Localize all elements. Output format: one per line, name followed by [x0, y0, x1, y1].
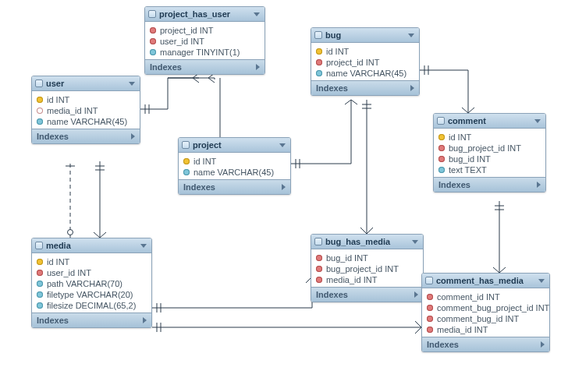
- entity-comment[interactable]: comment id INT bug_project_id INT bug_id…: [433, 113, 546, 192]
- chevron-down-icon[interactable]: [412, 240, 418, 244]
- fk-icon: [316, 266, 322, 272]
- column-row[interactable]: id INT: [437, 132, 542, 143]
- column-row[interactable]: id INT: [35, 256, 148, 267]
- entity-bug[interactable]: bug id INT project_id INT name VARCHAR(4…: [311, 27, 420, 96]
- column-row[interactable]: user_id INT: [35, 267, 148, 278]
- entity-media[interactable]: media id INT user_id INT path VARCHAR(70…: [31, 238, 152, 328]
- table-icon: [314, 238, 322, 245]
- entity-title: bug: [325, 30, 341, 40]
- fk-icon: [150, 27, 156, 34]
- key-icon: [316, 48, 322, 55]
- chevron-down-icon[interactable]: [538, 279, 545, 283]
- field-icon: [183, 169, 190, 175]
- column-list: id INT project_id INT name VARCHAR(45): [311, 43, 419, 80]
- key-icon: [438, 134, 445, 140]
- entity-bug-has-media[interactable]: bug_has_media bug_id INT bug_project_id …: [311, 234, 424, 302]
- fk-icon: [316, 255, 322, 261]
- entity-title: media: [46, 241, 71, 250]
- entity-title: project_has_user: [159, 9, 230, 19]
- column-row[interactable]: name VARCHAR(45): [314, 68, 416, 79]
- chevron-right-icon: [537, 182, 541, 188]
- field-icon: [150, 49, 156, 55]
- indexes-header[interactable]: Indexes: [32, 313, 151, 327]
- ref-icon: [37, 108, 43, 114]
- table-icon: [437, 117, 445, 125]
- indexes-header[interactable]: Indexes: [179, 179, 290, 194]
- column-row[interactable]: path VARCHAR(70): [35, 278, 148, 289]
- column-row[interactable]: media_id INT: [35, 105, 137, 116]
- field-icon: [438, 167, 445, 173]
- chevron-right-icon: [131, 133, 135, 139]
- key-icon: [37, 259, 43, 265]
- table-icon: [35, 242, 43, 249]
- column-row[interactable]: media_id INT: [314, 274, 420, 285]
- indexes-header[interactable]: Indexes: [311, 287, 423, 302]
- fk-icon: [438, 145, 445, 151]
- chevron-down-icon[interactable]: [534, 119, 541, 123]
- column-list: project_id INT user_id INT manager TINYI…: [145, 22, 264, 59]
- chevron-right-icon: [143, 317, 147, 323]
- field-icon: [37, 302, 43, 309]
- column-row[interactable]: project_id INT: [148, 25, 261, 36]
- field-icon: [37, 118, 43, 125]
- chevron-right-icon: [256, 64, 260, 70]
- column-row[interactable]: text TEXT: [437, 164, 542, 175]
- column-row[interactable]: id INT: [314, 46, 416, 57]
- table-icon: [182, 141, 190, 149]
- column-row[interactable]: project_id INT: [314, 57, 416, 68]
- column-list: id INT bug_project_id INT bug_id INT tex…: [434, 129, 545, 177]
- column-row[interactable]: id INT: [182, 156, 287, 167]
- chevron-down-icon[interactable]: [408, 34, 414, 37]
- column-row[interactable]: id INT: [35, 94, 137, 105]
- column-row[interactable]: media_id INT: [425, 324, 546, 335]
- column-row[interactable]: filetype VARCHAR(20): [35, 289, 148, 300]
- entity-header[interactable]: comment: [434, 114, 545, 129]
- column-row[interactable]: comment_bug_project_id INT: [425, 302, 546, 313]
- fk-icon: [316, 59, 322, 65]
- column-list: id INT user_id INT path VARCHAR(70) file…: [32, 253, 151, 313]
- indexes-header[interactable]: Indexes: [145, 59, 264, 74]
- field-icon: [37, 281, 43, 287]
- fk-icon: [150, 38, 156, 44]
- entity-header[interactable]: comment_has_media: [422, 274, 549, 288]
- entity-header[interactable]: project_has_user: [145, 7, 264, 22]
- column-list: comment_id INT comment_bug_project_id IN…: [422, 288, 549, 337]
- column-row[interactable]: manager TINYINT(1): [148, 47, 261, 58]
- entity-header[interactable]: bug_has_media: [311, 235, 423, 249]
- chevron-down-icon[interactable]: [129, 82, 135, 86]
- entity-header[interactable]: media: [32, 238, 151, 253]
- column-row[interactable]: comment_id INT: [425, 291, 546, 302]
- indexes-header[interactable]: Indexes: [422, 337, 549, 351]
- entity-project-has-user[interactable]: project_has_user project_id INT user_id …: [144, 6, 265, 75]
- column-row[interactable]: name VARCHAR(45): [182, 167, 287, 178]
- column-row[interactable]: bug_id INT: [314, 253, 420, 263]
- fk-icon: [427, 305, 433, 311]
- chevron-right-icon: [282, 184, 286, 190]
- chevron-down-icon[interactable]: [254, 12, 260, 16]
- indexes-header[interactable]: Indexes: [311, 80, 419, 95]
- column-row[interactable]: comment_bug_id INT: [425, 313, 546, 324]
- chevron-down-icon[interactable]: [279, 143, 286, 147]
- table-icon: [425, 277, 433, 284]
- svg-point-0: [68, 230, 73, 235]
- column-row[interactable]: name VARCHAR(45): [35, 116, 137, 127]
- entity-title: bug_has_media: [325, 237, 390, 246]
- entity-header[interactable]: user: [32, 76, 140, 91]
- indexes-header[interactable]: Indexes: [32, 129, 140, 143]
- entity-header[interactable]: bug: [311, 28, 419, 43]
- indexes-header[interactable]: Indexes: [434, 177, 545, 192]
- entity-title: project: [193, 140, 222, 150]
- entity-comment-has-media[interactable]: comment_has_media comment_id INT comment…: [421, 273, 550, 352]
- entity-header[interactable]: project: [179, 138, 290, 153]
- column-list: id INT name VARCHAR(45): [179, 153, 290, 179]
- entity-project[interactable]: project id INT name VARCHAR(45) Indexes: [178, 137, 291, 195]
- table-icon: [314, 31, 322, 39]
- column-row[interactable]: bug_project_id INT: [314, 263, 420, 274]
- column-row[interactable]: bug_id INT: [437, 154, 542, 164]
- column-row[interactable]: user_id INT: [148, 36, 261, 47]
- column-row[interactable]: bug_project_id INT: [437, 143, 542, 154]
- entity-user[interactable]: user id INT media_id INT name VARCHAR(45…: [31, 76, 140, 144]
- chevron-down-icon[interactable]: [140, 244, 147, 248]
- fk-icon: [427, 294, 433, 300]
- column-row[interactable]: filesize DECIMAL(65,2): [35, 300, 148, 311]
